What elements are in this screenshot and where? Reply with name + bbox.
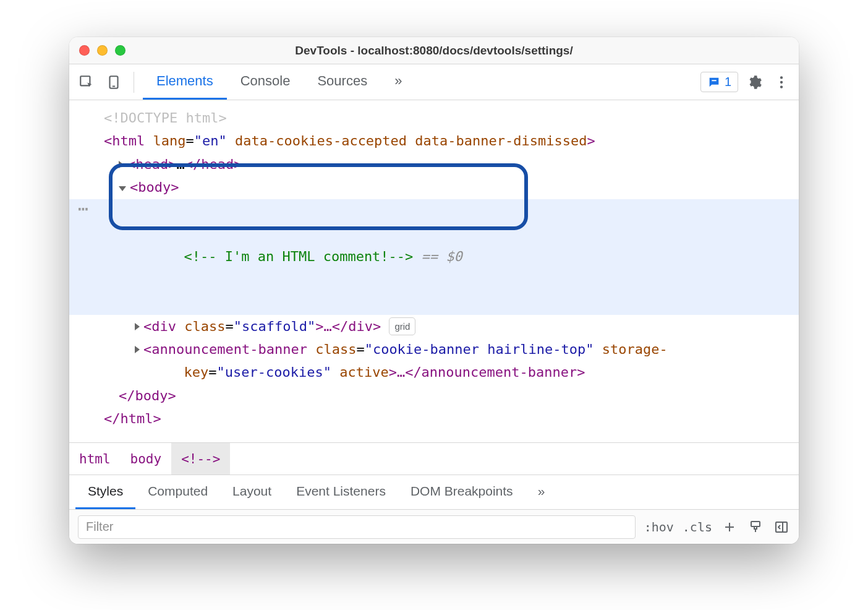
zoom-button[interactable]: [115, 45, 126, 56]
tab-dom-breakpoints[interactable]: DOM Breakpoints: [398, 475, 525, 509]
body-close[interactable]: </body>: [69, 384, 799, 407]
expand-triangle-icon[interactable]: [135, 323, 140, 330]
window-title: DevTools - localhost:8080/docs/devtools/…: [69, 44, 799, 58]
window-controls: [79, 45, 126, 56]
breadcrumb-comment[interactable]: <!-->: [171, 443, 230, 475]
titlebar: DevTools - localhost:8080/docs/devtools/…: [69, 37, 799, 64]
settings-icon[interactable]: [743, 71, 765, 93]
panel-tabs: Elements Console Sources »: [143, 64, 415, 100]
body-element[interactable]: <body>: [69, 176, 799, 199]
collapse-triangle-icon[interactable]: [119, 186, 126, 191]
main-toolbar: Elements Console Sources » 1: [69, 64, 799, 100]
svg-rect-9: [751, 522, 760, 526]
div-element[interactable]: <div class="scaffold">…</div> grid: [69, 315, 799, 338]
tab-sources[interactable]: Sources: [304, 64, 381, 100]
svg-point-4: [780, 76, 783, 79]
styles-filter-input[interactable]: [78, 515, 636, 539]
device-toggle-icon[interactable]: [103, 71, 125, 93]
tab-event-listeners[interactable]: Event Listeners: [284, 475, 398, 509]
announcement-banner-element[interactable]: <announcement-banner class="cookie-banne…: [69, 338, 799, 384]
html-element[interactable]: <html lang="en" data-cookies-accepted da…: [69, 129, 799, 152]
svg-point-5: [780, 80, 783, 83]
doctype[interactable]: <!DOCTYPE html>: [104, 110, 227, 126]
styles-filter-bar: :hov .cls: [69, 509, 799, 544]
hov-toggle[interactable]: :hov: [644, 520, 674, 535]
breadcrumb-html[interactable]: html: [69, 443, 121, 475]
gutter-more-icon[interactable]: ⋯: [78, 200, 88, 218]
more-menu-icon[interactable]: [770, 71, 793, 93]
comment-node-selected[interactable]: ⋯ <!-- I'm an HTML comment!--> == $0: [69, 199, 799, 315]
issues-count: 1: [725, 75, 731, 89]
breadcrumb-body[interactable]: body: [121, 443, 172, 475]
grid-badge[interactable]: grid: [389, 317, 415, 336]
styles-tabs-overflow[interactable]: »: [525, 475, 558, 509]
devtools-window: DevTools - localhost:8080/docs/devtools/…: [69, 37, 799, 544]
inspect-icon[interactable]: [75, 71, 98, 93]
cls-toggle[interactable]: .cls: [683, 520, 712, 535]
svg-point-6: [780, 85, 783, 88]
new-style-rule-icon[interactable]: [721, 518, 738, 536]
expand-triangle-icon[interactable]: [135, 346, 140, 353]
tab-styles[interactable]: Styles: [75, 475, 135, 509]
toolbar-divider: [134, 72, 134, 93]
tab-layout[interactable]: Layout: [220, 475, 284, 509]
head-element[interactable]: <head>…</head>: [69, 153, 799, 176]
styles-tabs: Styles Computed Layout Event Listeners D…: [69, 475, 799, 509]
computed-pane-toggle-icon[interactable]: [773, 518, 790, 536]
tab-elements[interactable]: Elements: [143, 64, 227, 100]
tab-console[interactable]: Console: [227, 64, 304, 100]
tab-computed[interactable]: Computed: [135, 475, 220, 509]
tabs-overflow[interactable]: »: [381, 64, 415, 100]
issues-button[interactable]: 1: [700, 72, 738, 92]
close-button[interactable]: [79, 45, 90, 56]
html-close[interactable]: </html>: [69, 407, 799, 430]
expand-triangle-icon[interactable]: [119, 161, 124, 168]
minimize-button[interactable]: [97, 45, 108, 56]
paint-brush-icon[interactable]: [747, 518, 764, 536]
dom-tree[interactable]: <!DOCTYPE html> <html lang="en" data-coo…: [69, 100, 799, 442]
svg-rect-3: [712, 80, 716, 81]
breadcrumbs: html body <!-->: [69, 442, 799, 475]
